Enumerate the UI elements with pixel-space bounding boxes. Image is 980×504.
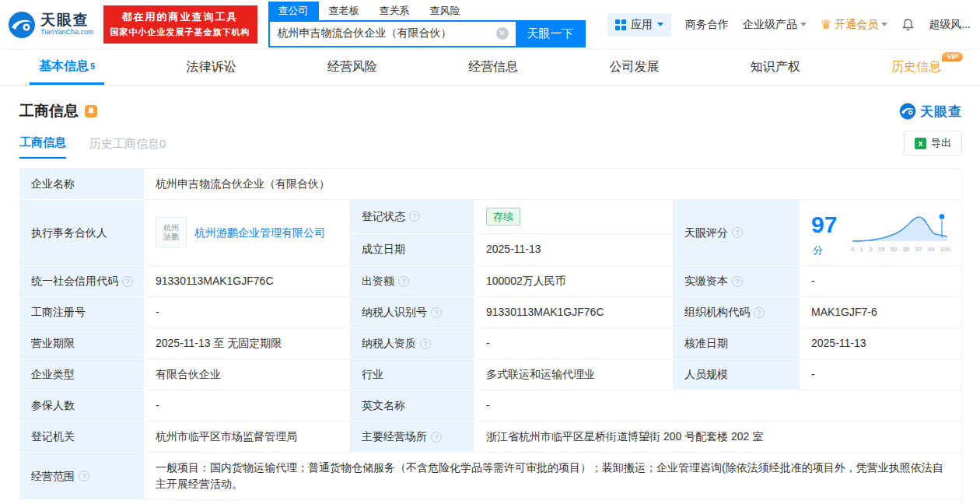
- search-tab-risk[interactable]: 查风险: [420, 2, 471, 20]
- field-paid-capital-value: -: [800, 266, 962, 297]
- table-row: 企业类型 有限合伙企业 行业 多式联运和运输代理业 人员规模 -: [20, 359, 962, 390]
- subtab-history-label: 历史工商信息: [89, 137, 159, 150]
- info-icon[interactable]: [420, 338, 431, 349]
- nav-tab-operating-risk[interactable]: 经营风险: [318, 50, 387, 85]
- field-score-label: 天眼评分: [674, 200, 800, 266]
- menu-upgrade-vip[interactable]: 开通会员: [821, 17, 887, 32]
- table-row: 经营范围 一般项目：国内货物运输代理；普通货物仓储服务（不含危险化学品等需许可审…: [20, 453, 962, 500]
- field-staff-value: -: [800, 359, 962, 390]
- nav-tab-operating-info[interactable]: 经营信息: [459, 50, 527, 85]
- table-row: 统一社会信用代码 91330113MAK1GJF76C 出资额 100002万人…: [20, 266, 962, 297]
- menu-business-cooperation-label: 商务合作: [685, 18, 729, 32]
- status-badge: 存续: [486, 208, 520, 226]
- table-row: 工商注册号 - 纳税人识别号 91330113MAK1GJF76C 组织机构代码…: [20, 297, 962, 328]
- search-area: 查公司 查老板 查关系 查风险 天眼一下: [268, 2, 586, 47]
- field-company-type-label: 企业类型: [20, 359, 145, 390]
- info-icon[interactable]: [409, 211, 420, 222]
- nav-tab-company-development[interactable]: 公司发展: [600, 50, 668, 85]
- field-insured-value: -: [145, 390, 351, 422]
- field-company-type-value: 有限合伙企业: [145, 359, 351, 390]
- nav-tab-basic-info[interactable]: 基本信息 5: [30, 50, 104, 85]
- search-tab-relation[interactable]: 查关系: [369, 2, 420, 20]
- field-authority-label: 登记机关: [20, 422, 145, 453]
- field-regno-label: 工商注册号: [20, 297, 145, 328]
- field-taxquality-label: 纳税人资质: [351, 328, 475, 359]
- search-button[interactable]: 天眼一下: [516, 20, 586, 47]
- main-content: 工商信息 天眼查 工商信息 历史工商信息0 导出: [0, 86, 980, 500]
- section-title: 工商信息: [19, 101, 79, 121]
- field-scope-value: 一般项目：国内货物运输代理；普通货物仓储服务（不含危险化学品等需许可审批的项目）…: [145, 453, 962, 500]
- vip-badge: VIP: [942, 52, 963, 61]
- menu-super-risk-label: 超级风...: [929, 18, 971, 32]
- field-staff-label: 人员规模: [674, 359, 800, 390]
- export-button[interactable]: 导出: [904, 131, 962, 156]
- nav-tab-history-label: 历史信息: [891, 59, 941, 75]
- search-tab-company[interactable]: 查公司: [268, 2, 319, 20]
- nav-tab-history[interactable]: 历史信息 VIP: [882, 50, 950, 85]
- tianyancha-watermark-icon: [899, 103, 916, 120]
- field-taxid-label: 纳税人识别号: [351, 297, 475, 328]
- info-icon[interactable]: [122, 276, 133, 287]
- menu-enterprise-products[interactable]: 企业级产品: [743, 18, 807, 32]
- field-address-value: 浙江省杭州市临平区星桥街道博望街 200 号配套楼 202 室: [475, 422, 962, 453]
- field-taxid-value: 91330113MAK1GJF76C: [475, 297, 674, 328]
- info-icon[interactable]: [79, 471, 89, 481]
- field-address-label: 主要经营场所: [351, 422, 475, 453]
- table-row: 企业名称 杭州申吉物流合伙企业（有限合伙）: [20, 169, 962, 200]
- info-icon[interactable]: [732, 276, 743, 287]
- subtab-business-info[interactable]: 工商信息: [19, 135, 66, 159]
- nav-tab-legal[interactable]: 法律诉讼: [177, 50, 245, 85]
- notification-bell-icon[interactable]: [901, 18, 915, 32]
- field-scope-label: 经营范围: [20, 453, 145, 500]
- partner-company-link[interactable]: 杭州游鹏企业管理有限公司: [194, 225, 325, 241]
- info-icon[interactable]: [431, 307, 442, 318]
- field-orgcode-value: MAK1GJF7-6: [800, 297, 962, 328]
- field-taxquality-value: -: [475, 328, 674, 359]
- field-regno-value: -: [145, 297, 351, 328]
- business-info-table: 企业名称 杭州申吉物流合伙企业（有限合伙） 执行事务合伙人 杭州 游鹏 杭州游鹏…: [19, 168, 962, 500]
- apps-menu[interactable]: 应用: [607, 13, 671, 37]
- apps-grid-icon: [615, 19, 626, 30]
- nav-tab-intellectual-property[interactable]: 知识产权: [741, 50, 810, 85]
- menu-enterprise-products-label: 企业级产品: [743, 18, 797, 32]
- field-company-name-value: 杭州申吉物流合伙企业（有限合伙）: [145, 169, 962, 200]
- menu-super-risk[interactable]: 超级风...: [929, 18, 971, 32]
- field-insured-label: 参保人数: [20, 390, 145, 422]
- announcement-bell-icon[interactable]: [85, 105, 97, 117]
- nav-tab-legal-label: 法律诉讼: [186, 59, 236, 75]
- field-authority-value: 杭州市临平区市场监督管理局: [145, 422, 351, 453]
- partner-logo: 杭州 游鹏: [156, 217, 187, 248]
- field-establish-date-label: 成立日期: [351, 234, 475, 266]
- field-reg-status-label: 登记状态: [351, 200, 475, 234]
- promo-line2: 国家中小企业发展子基金旗下机构: [110, 26, 250, 40]
- nav-tab-basic-info-count: 5: [90, 61, 95, 71]
- apps-menu-label: 应用: [631, 18, 653, 32]
- field-industry-label: 行业: [351, 359, 475, 390]
- top-menu: 应用 商务合作 企业级产品 开通会员 超级风...: [595, 13, 971, 37]
- field-capital-label: 出资额: [351, 266, 475, 297]
- search-tab-boss[interactable]: 查老板: [319, 2, 369, 20]
- info-icon[interactable]: [732, 227, 743, 238]
- tianyancha-logo[interactable]: 天眼查 TianYanCha.com: [8, 11, 94, 39]
- info-icon[interactable]: [398, 276, 409, 287]
- field-english-name-value: -: [475, 390, 962, 422]
- logo-title: 天眼查: [40, 12, 94, 29]
- export-button-label: 导出: [931, 136, 951, 150]
- score-number: 97分: [811, 207, 843, 258]
- excel-icon: [915, 138, 926, 149]
- info-icon[interactable]: [431, 432, 442, 443]
- score-chart[interactable]: 01 315 5085 9799 100: [851, 212, 950, 254]
- field-term-label: 营业期限: [20, 328, 145, 359]
- info-icon[interactable]: [754, 307, 765, 318]
- subtab-history-business-info[interactable]: 历史工商信息0: [89, 137, 166, 159]
- subtab-history-count: 0: [159, 137, 166, 150]
- field-orgcode-label: 组织机构代码: [674, 297, 800, 328]
- clear-icon[interactable]: [496, 27, 509, 40]
- field-approval-date-label: 核准日期: [674, 328, 800, 359]
- menu-business-cooperation[interactable]: 商务合作: [685, 18, 729, 32]
- subtab-business-info-label: 工商信息: [19, 135, 66, 149]
- field-score-value: 97分 01 315 5085 9799: [800, 200, 962, 266]
- field-industry-value: 多式联运和运输代理业: [475, 359, 674, 390]
- search-input[interactable]: [268, 20, 516, 47]
- tianyancha-watermark: 天眼查: [899, 103, 962, 121]
